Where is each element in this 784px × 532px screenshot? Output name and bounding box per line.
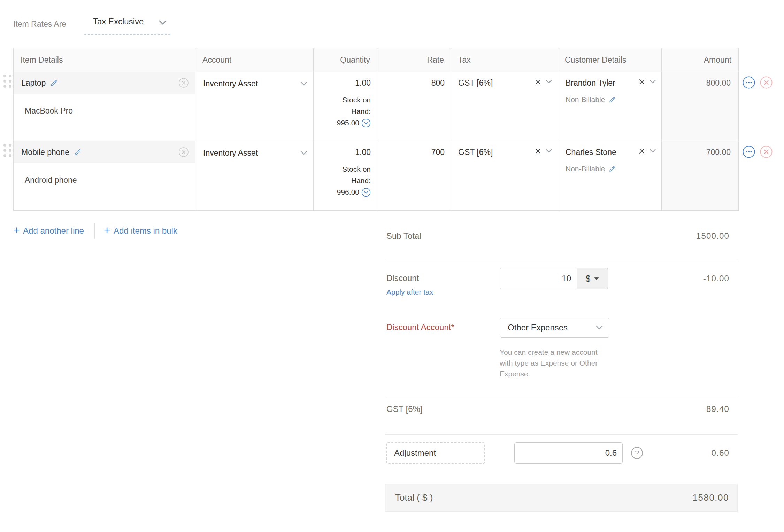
col-header-quantity: Quantity bbox=[314, 48, 377, 72]
subtotal-label: Sub Total bbox=[386, 231, 421, 241]
item-name-box[interactable]: Laptop bbox=[14, 72, 195, 94]
amount-value: 700.00 bbox=[706, 148, 731, 157]
totals-summary: Sub Total 1500.00 Discount Apply after t… bbox=[385, 223, 738, 512]
account-select[interactable]: Inventory Asset bbox=[195, 72, 314, 141]
stock-value: 995.00 bbox=[337, 119, 359, 127]
adjustment-label-editable[interactable]: Adjustment bbox=[386, 442, 485, 464]
tax-total-label: GST [6%] bbox=[386, 404, 423, 414]
remove-customer-icon[interactable] bbox=[639, 148, 645, 154]
discount-account-help-text: You can create a new account with type a… bbox=[500, 347, 609, 379]
quantity-cell[interactable]: 1.00 Stock on Hand: 996.00 bbox=[314, 141, 377, 210]
quantity-value: 1.00 bbox=[355, 148, 371, 157]
row-more-options-icon[interactable] bbox=[742, 145, 755, 158]
rate-value: 800 bbox=[431, 78, 445, 87]
help-icon[interactable]: ? bbox=[631, 447, 643, 459]
clear-item-icon[interactable] bbox=[178, 78, 189, 88]
discount-input[interactable] bbox=[500, 268, 577, 289]
account-value: Inventory Asset bbox=[203, 148, 258, 158]
chevron-down-icon bbox=[596, 326, 603, 330]
customer-select[interactable]: Brandon Tyler bbox=[566, 78, 656, 88]
stock-label: Stock on Hand: bbox=[342, 96, 371, 115]
discount-account-row: Discount Account* Other Expenses You can… bbox=[385, 318, 738, 379]
stock-on-hand: Stock on Hand: 996.00 bbox=[330, 163, 371, 198]
discount-unit-dropdown[interactable]: $ bbox=[577, 268, 608, 289]
subtotal-value: 1500.00 bbox=[696, 231, 729, 241]
chevron-down-icon[interactable] bbox=[650, 149, 656, 153]
row-drag-handle[interactable] bbox=[3, 75, 11, 88]
quantity-value: 1.00 bbox=[355, 78, 371, 87]
row-more-options-icon[interactable] bbox=[742, 76, 755, 89]
subtotal-row: Sub Total 1500.00 bbox=[385, 231, 738, 241]
clear-item-icon[interactable] bbox=[178, 147, 189, 157]
item-name: Mobile phone bbox=[21, 148, 69, 157]
divider bbox=[94, 223, 95, 239]
stock-label: Stock on Hand: bbox=[342, 165, 371, 185]
chevron-down-icon[interactable] bbox=[546, 149, 552, 153]
customer-name: Brandon Tyler bbox=[566, 78, 615, 88]
line-items-table: Item Details Account Quantity Rate Tax C… bbox=[13, 48, 739, 211]
col-header-customer-details: Customer Details bbox=[558, 48, 662, 72]
item-description[interactable]: Android phone bbox=[14, 163, 195, 185]
discount-label: Discount bbox=[386, 273, 500, 283]
item-details-cell: Mobile phone Android phone bbox=[14, 141, 195, 210]
remove-customer-icon[interactable] bbox=[639, 79, 645, 85]
apply-after-tax-link[interactable]: Apply after tax bbox=[386, 288, 500, 296]
tax-value: GST [6%] bbox=[458, 148, 493, 157]
tax-mode-select[interactable]: Tax Exclusive bbox=[84, 17, 170, 35]
rate-cell[interactable]: 700 bbox=[377, 141, 451, 210]
customer-cell: Brandon Tyler Non-Billable bbox=[558, 72, 662, 141]
col-header-amount: Amount bbox=[662, 48, 738, 72]
item-description[interactable]: MacBook Pro bbox=[14, 94, 195, 116]
tax-select[interactable]: GST [6%] bbox=[451, 72, 558, 141]
chevron-down-icon[interactable] bbox=[546, 80, 552, 84]
discount-account-value: Other Expenses bbox=[508, 323, 568, 332]
divider bbox=[385, 396, 738, 396]
chevron-down-icon bbox=[301, 151, 307, 155]
tax-select[interactable]: GST [6%] bbox=[451, 141, 558, 210]
edit-pencil-icon[interactable] bbox=[608, 165, 616, 173]
remove-tax-icon[interactable] bbox=[535, 148, 541, 154]
rate-value: 700 bbox=[431, 148, 445, 157]
divider bbox=[385, 259, 738, 259]
table-actions: + Add another line + Add items in bulk bbox=[13, 223, 177, 239]
discount-account-label: Discount Account* bbox=[386, 318, 500, 332]
customer-name: Charles Stone bbox=[566, 148, 616, 157]
edit-pencil-icon[interactable] bbox=[50, 79, 58, 87]
remove-tax-icon[interactable] bbox=[535, 79, 541, 85]
divider bbox=[385, 434, 738, 435]
item-name-box[interactable]: Mobile phone bbox=[14, 141, 195, 163]
edit-pencil-icon[interactable] bbox=[74, 148, 82, 156]
delete-row-icon[interactable] bbox=[760, 145, 773, 158]
rate-cell[interactable]: 800 bbox=[377, 72, 451, 141]
adjustment-input[interactable] bbox=[514, 442, 623, 464]
billable-status: Non-Billable bbox=[566, 165, 656, 173]
add-items-in-bulk-button[interactable]: + Add items in bulk bbox=[104, 225, 177, 237]
amount-cell: 700.00 bbox=[662, 141, 738, 210]
col-header-account: Account bbox=[195, 48, 314, 72]
item-details-cell: Laptop MacBook Pro bbox=[14, 72, 195, 141]
row-drag-handle[interactable] bbox=[3, 144, 11, 157]
tax-total-value: 89.40 bbox=[706, 404, 729, 414]
add-another-line-button[interactable]: + Add another line bbox=[13, 225, 84, 237]
col-header-tax: Tax bbox=[451, 48, 558, 72]
delete-row-icon[interactable] bbox=[760, 76, 773, 89]
stock-dropdown-icon[interactable] bbox=[361, 188, 371, 197]
row-actions bbox=[742, 76, 773, 89]
account-value: Inventory Asset bbox=[203, 79, 258, 88]
plus-icon: + bbox=[104, 224, 110, 237]
stock-dropdown-icon[interactable] bbox=[361, 118, 371, 128]
stock-value: 996.00 bbox=[337, 188, 359, 196]
edit-pencil-icon[interactable] bbox=[608, 96, 616, 103]
chevron-down-icon bbox=[301, 82, 307, 86]
chevron-down-icon[interactable] bbox=[650, 80, 656, 84]
tax-total-row: GST [6%] 89.40 bbox=[385, 404, 738, 414]
discount-account-select[interactable]: Other Expenses bbox=[500, 318, 609, 338]
billable-status: Non-Billable bbox=[566, 95, 656, 104]
customer-select[interactable]: Charles Stone bbox=[566, 148, 656, 157]
account-select[interactable]: Inventory Asset bbox=[195, 141, 314, 210]
quantity-cell[interactable]: 1.00 Stock on Hand: 995.00 bbox=[314, 72, 377, 141]
item-rates-label: Item Rates Are bbox=[13, 19, 66, 29]
tax-mode-value: Tax Exclusive bbox=[93, 17, 144, 26]
total-row: Total ( $ ) 1580.00 bbox=[385, 484, 738, 512]
chevron-down-icon bbox=[159, 20, 167, 25]
